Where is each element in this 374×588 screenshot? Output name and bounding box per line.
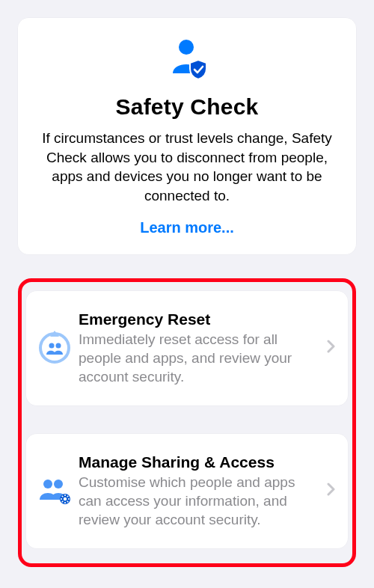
option-subtitle: Immediately reset access for all people …: [79, 330, 321, 386]
manage-sharing-button[interactable]: Manage Sharing & Access Customise which …: [26, 434, 348, 548]
svg-line-15: [67, 496, 68, 497]
svg-point-8: [64, 497, 67, 500]
svg-point-5: [43, 480, 52, 489]
person-shield-icon: [165, 37, 209, 84]
option-title: Manage Sharing & Access: [79, 453, 321, 471]
chevron-right-icon: [321, 340, 336, 356]
highlighted-options-group: Emergency Reset Immediately reset access…: [18, 278, 356, 567]
emergency-reset-button[interactable]: Emergency Reset Immediately reset access…: [26, 291, 348, 405]
option-subtitle: Customise which people and apps can acce…: [79, 473, 321, 529]
svg-line-16: [62, 501, 63, 502]
manage-sharing-icon: [31, 476, 79, 506]
svg-line-14: [67, 501, 68, 502]
svg-point-3: [49, 343, 55, 349]
svg-point-4: [56, 343, 61, 349]
svg-point-6: [54, 480, 63, 489]
svg-point-1: [40, 334, 69, 362]
chevron-right-icon: [321, 483, 336, 499]
svg-line-13: [62, 496, 63, 497]
safety-check-card: Safety Check If circumstances or trust l…: [18, 18, 356, 254]
page-description: If circumstances or trust levels change,…: [36, 129, 338, 206]
learn-more-link[interactable]: Learn more...: [140, 219, 234, 236]
svg-point-0: [179, 40, 194, 55]
emergency-reset-icon: [31, 331, 79, 365]
page-title: Safety Check: [33, 94, 341, 120]
option-title: Emergency Reset: [79, 310, 321, 328]
